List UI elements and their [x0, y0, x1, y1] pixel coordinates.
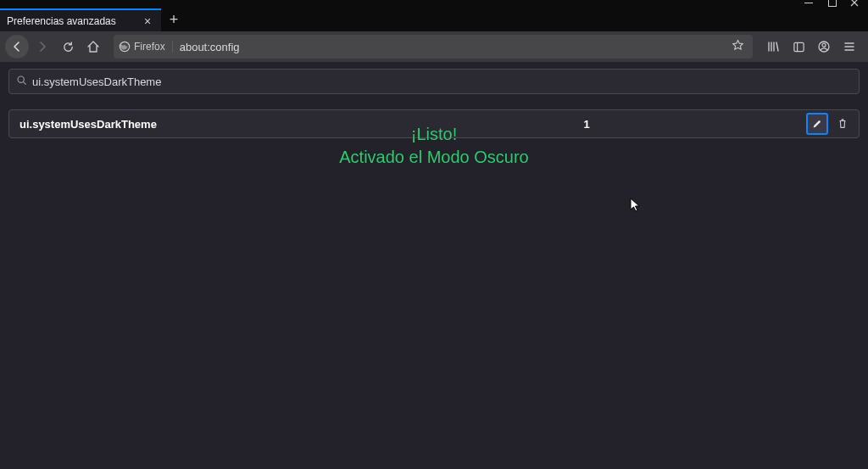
nav-home-button[interactable]	[81, 35, 105, 59]
about-config-content: ui.systemUsesDarkTheme ui.systemUsesDark…	[0, 62, 868, 138]
overlay-line2: Activado el Modo Oscuro	[0, 146, 868, 169]
nav-reload-button[interactable]	[56, 35, 80, 59]
bookmark-star-icon[interactable]	[728, 39, 748, 54]
window-minimize-button[interactable]	[804, 0, 814, 8]
navigation-toolbar: Firefox about:config	[0, 31, 868, 62]
new-tab-button[interactable]: +	[161, 8, 186, 31]
config-search-value: ui.systemUsesDarkTheme	[32, 75, 161, 88]
window-close-button[interactable]	[849, 0, 860, 8]
pref-name: ui.systemUsesDarkTheme	[16, 118, 367, 131]
nav-back-button[interactable]	[5, 35, 29, 59]
tab-about-config[interactable]: Preferencias avanzadas ×	[0, 8, 161, 31]
app-menu-button[interactable]	[837, 35, 861, 59]
nav-forward-button[interactable]	[31, 35, 54, 59]
pref-edit-button[interactable]	[806, 113, 828, 135]
url-identity-label: Firefox	[134, 41, 165, 53]
url-identity[interactable]: Firefox	[119, 41, 173, 53]
pencil-icon	[811, 118, 823, 130]
tab-strip: Preferencias avanzadas × +	[0, 8, 868, 31]
svg-point-6	[822, 43, 826, 47]
config-search-input[interactable]: ui.systemUsesDarkTheme	[8, 69, 860, 94]
library-button[interactable]	[761, 35, 785, 59]
svg-line-8	[24, 82, 26, 85]
firefox-brand-icon	[119, 41, 131, 53]
pref-delete-button[interactable]	[833, 114, 852, 133]
tab-close-icon[interactable]: ×	[141, 14, 154, 28]
tab-title: Preferencias avanzadas	[7, 15, 141, 27]
url-text: about:config	[173, 41, 728, 53]
toolbar-right-buttons	[761, 35, 863, 59]
sidebar-button[interactable]	[787, 35, 810, 59]
trash-icon	[837, 118, 849, 130]
svg-rect-0	[804, 3, 813, 3]
url-bar[interactable]: Firefox about:config	[114, 35, 753, 59]
mouse-cursor-icon	[630, 198, 642, 215]
window-controls-bar	[0, 0, 868, 8]
pref-row: ui.systemUsesDarkTheme 1	[8, 109, 860, 138]
window-maximize-button[interactable]	[827, 0, 837, 8]
account-button[interactable]	[812, 35, 836, 59]
svg-rect-3	[793, 42, 803, 51]
pref-value: 1	[367, 118, 806, 131]
svg-rect-1	[829, 0, 837, 7]
search-icon	[16, 75, 27, 88]
